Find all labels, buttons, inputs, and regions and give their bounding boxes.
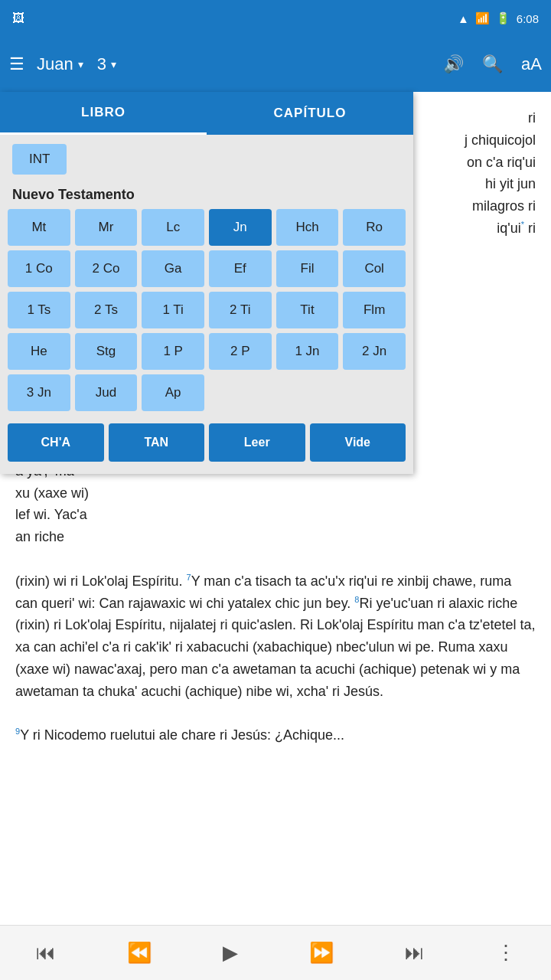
- wifi-icon: ▲: [458, 12, 469, 25]
- lef-line: lef wi. Yac'a: [15, 504, 536, 526]
- toolbar-title-area: Juan ▾ 3 ▾: [37, 54, 431, 74]
- action-row: CH'ATANLeerVide: [0, 417, 413, 474]
- book-btn-jud[interactable]: Jud: [75, 374, 138, 411]
- chapter-number[interactable]: 3: [97, 54, 106, 74]
- book-btn-mr[interactable]: Mr: [75, 209, 138, 246]
- xu-line: xu (xaxe wi): [15, 482, 536, 505]
- action-btn-tan[interactable]: TAN: [109, 423, 205, 462]
- book-btn-2p[interactable]: 2 P: [209, 333, 272, 370]
- menu-icon[interactable]: ☰: [9, 54, 24, 74]
- book-btn-2ti[interactable]: 2 Ti: [209, 292, 272, 328]
- chapter-dropdown-arrow[interactable]: ▾: [111, 58, 116, 70]
- book-btn-ap[interactable]: Ap: [142, 374, 204, 411]
- time-display: 6:08: [517, 12, 539, 25]
- more-options-button[interactable]: ⋮: [490, 935, 522, 971]
- status-bar: 🖼 ▲ 📶 🔋 6:08: [0, 0, 551, 37]
- status-bar-right: ▲ 📶 🔋 6:08: [458, 11, 539, 25]
- int-section: INT: [0, 135, 413, 181]
- book-btn-ga[interactable]: Ga: [142, 250, 204, 287]
- book-btn-col[interactable]: Col: [343, 250, 406, 287]
- book-btn-empty: [343, 374, 406, 411]
- an-line: an riche: [15, 526, 536, 548]
- book-btn-he[interactable]: He: [8, 333, 70, 370]
- book-btn-mt[interactable]: Mt: [8, 209, 70, 246]
- forward-button[interactable]: ⏩: [303, 935, 340, 971]
- int-button[interactable]: INT: [12, 144, 67, 175]
- action-btn-leer[interactable]: Leer: [209, 423, 305, 462]
- paragraph1-text: (rixin) wi ri Lok'olaj Espíritu. 7Y man …: [15, 570, 536, 703]
- book-btn-1jn[interactable]: 1 Jn: [276, 333, 339, 370]
- book-btn-jn[interactable]: Jn: [209, 209, 272, 246]
- section-header: Nuevo Testamento: [0, 181, 413, 209]
- book-grid: MtMrLcJnHchRo1 Co2 CoGaEfFilCol1 Ts2 Ts1…: [0, 209, 413, 417]
- tab-capitulo[interactable]: CAPÍTULO: [207, 92, 413, 135]
- search-icon[interactable]: 🔍: [482, 54, 503, 74]
- bottom-nav: ⏮ ⏪ ▶ ⏩ ⏭ ⋮: [0, 925, 551, 980]
- signal-icon: 📶: [475, 11, 490, 25]
- book-btn-fil[interactable]: Fil: [276, 250, 339, 287]
- skip-back-button[interactable]: ⏮: [30, 935, 62, 971]
- book-btn-1co[interactable]: 1 Co: [8, 250, 70, 287]
- rewind-button[interactable]: ⏪: [121, 935, 158, 971]
- photo-icon: 🖼: [12, 11, 24, 25]
- book-btn-2co[interactable]: 2 Co: [75, 250, 138, 287]
- skip-forward-button[interactable]: ⏭: [399, 935, 431, 971]
- book-btn-3jn[interactable]: 3 Jn: [8, 374, 70, 411]
- book-btn-1p[interactable]: 1 P: [142, 333, 204, 370]
- action-btn-cha[interactable]: CH'A: [8, 423, 104, 462]
- volume-icon[interactable]: 🔊: [443, 54, 464, 74]
- book-btn-1ti[interactable]: 1 Ti: [142, 292, 204, 328]
- book-title[interactable]: Juan: [37, 54, 73, 74]
- paragraph2-partial: 9Y ri Nicodemo ruelutui ale chare ri Jes…: [15, 724, 536, 746]
- book-btn-tit[interactable]: Tit: [276, 292, 339, 328]
- book-btn-2jn[interactable]: 2 Jn: [343, 333, 406, 370]
- book-btn-hch[interactable]: Hch: [276, 209, 339, 246]
- battery-icon: 🔋: [496, 11, 510, 25]
- tabs-bar: LIBRO CAPÍTULO: [0, 92, 413, 135]
- book-btn-lc[interactable]: Lc: [142, 209, 204, 246]
- play-button[interactable]: ▶: [217, 935, 244, 971]
- action-btn-vide[interactable]: Vide: [310, 423, 406, 462]
- toolbar-icons: 🔊 🔍 aA: [443, 54, 542, 74]
- book-btn-1ts[interactable]: 1 Ts: [8, 292, 70, 328]
- status-bar-left: 🖼: [12, 11, 24, 25]
- dropdown-panel: LIBRO CAPÍTULO INT Nuevo Testamento MtMr…: [0, 92, 413, 474]
- book-btn-2ts[interactable]: 2 Ts: [75, 292, 138, 328]
- book-btn-empty: [209, 374, 272, 411]
- book-btn-empty: [276, 374, 339, 411]
- book-dropdown-arrow[interactable]: ▾: [78, 58, 83, 70]
- book-btn-ro[interactable]: Ro: [343, 209, 406, 246]
- book-btn-flm[interactable]: Flm: [343, 292, 406, 328]
- tab-libro[interactable]: LIBRO: [0, 92, 207, 135]
- book-btn-ef[interactable]: Ef: [209, 250, 272, 287]
- book-btn-stg[interactable]: Stg: [75, 333, 138, 370]
- font-size-icon[interactable]: aA: [521, 54, 542, 74]
- toolbar: ☰ Juan ▾ 3 ▾ 🔊 🔍 aA: [0, 37, 551, 92]
